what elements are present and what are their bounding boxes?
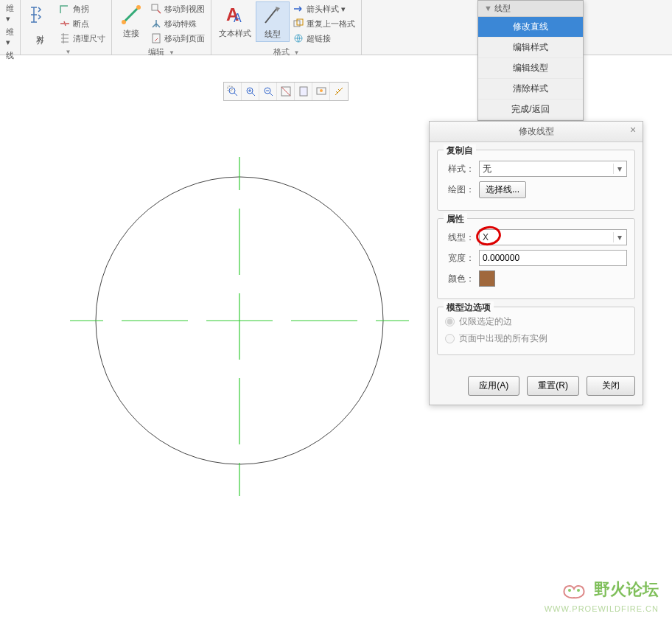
text-style-icon: AA — [223, 3, 247, 27]
radio-label: 仅限选定的边 — [459, 315, 512, 328]
fieldset-legend: 属性 — [444, 213, 467, 226]
ribbon-group-edit: 连接 移动到视图 移动特殊 移动到页面 编辑 ▼ — [112, 0, 211, 55]
ribbon-group-stub: 维 ▾ 维 ▾ 线 — [0, 0, 21, 55]
stub-item[interactable]: 维 ▾ — [3, 25, 17, 49]
select-line-button[interactable]: 选择线... — [479, 181, 526, 198]
linetype-label: 线型： — [445, 231, 475, 244]
item-label: 箭头样式 — [307, 4, 339, 15]
move-special-icon — [150, 18, 162, 29]
move-to-view-button[interactable]: 移动到视图 — [147, 1, 208, 16]
radio-label: 页面中出现的所有实例 — [459, 332, 547, 345]
drawing-label: 绘图： — [445, 184, 475, 196]
chevron-down-icon: ▾ — [613, 164, 625, 174]
ribbon-group-format: AA 文本样式 线型 箭头样式 ▾ 重复上一格式 超链接 — [211, 0, 362, 55]
close-button[interactable]: 关闭 — [587, 376, 635, 396]
arrow-icon — [293, 3, 304, 15]
align-dims-button[interactable]: 对齐 — [24, 1, 56, 32]
text-style-button[interactable]: AA 文本样式 — [214, 1, 256, 41]
width-label: 宽度： — [445, 252, 475, 265]
style-dropdown[interactable]: 无 ▾ — [479, 161, 627, 177]
break-icon — [59, 18, 71, 29]
radio-selected-only[interactable]: 仅限选定的边 — [445, 313, 627, 330]
ribbon-group-label: 格式 ▼ — [214, 46, 358, 60]
svg-point-0 — [122, 20, 126, 24]
radio-input[interactable] — [445, 317, 455, 326]
item-label: 超链接 — [307, 33, 331, 44]
move-to-page-button[interactable]: 移动到页面 — [147, 31, 208, 46]
svg-text:A: A — [234, 12, 242, 24]
cm-item-edit-style[interactable]: 编辑样式 — [478, 38, 583, 58]
line-style-icon — [261, 4, 284, 27]
svg-rect-2 — [152, 4, 158, 10]
model-edge-fieldset: 模型边选项 仅限选定的边 页面中出现的所有实例 — [437, 307, 635, 355]
move-page-icon — [150, 32, 162, 44]
item-label: 清理尺寸 — [73, 33, 105, 44]
svg-point-29 — [577, 589, 580, 592]
item-label: 断点 — [73, 18, 89, 29]
radio-input[interactable] — [445, 334, 455, 343]
repeat-format-button[interactable]: 重复上一格式 — [290, 16, 358, 31]
watermark-logo-icon — [561, 580, 587, 604]
modify-linetype-dialog: 修改线型 × 复制自 样式： 无 ▾ 绘图： 选择线... 属性 线型： X — [429, 121, 643, 405]
break-button[interactable]: 断点 — [56, 16, 108, 31]
align-label-1: 对齐 — [35, 28, 46, 31]
line-style-button[interactable]: 线型 — [256, 1, 290, 42]
cm-item-modify-line[interactable]: 修改直线 — [478, 17, 583, 38]
dialog-title: 修改线型 — [519, 126, 554, 136]
move-view-icon — [150, 3, 162, 15]
cleanup-icon — [59, 32, 71, 44]
item-label: 角拐 — [73, 4, 89, 15]
item-label: 重复上一格式 — [307, 18, 355, 29]
link-icon — [293, 32, 304, 44]
ribbon-group-label: ▼ — [24, 46, 108, 57]
fieldset-legend: 模型边选项 — [444, 301, 494, 314]
svg-point-28 — [568, 589, 571, 592]
chevron-down-icon: ▾ — [613, 232, 625, 242]
watermark: 野火论坛 www.proewildfire.cn — [545, 579, 659, 613]
color-swatch-button[interactable] — [479, 270, 495, 287]
dialog-title-bar[interactable]: 修改线型 × — [430, 122, 643, 142]
stub-item[interactable]: 维 ▾ — [3, 1, 17, 25]
watermark-url: www.proewildfire.cn — [545, 604, 659, 613]
corner-icon — [59, 3, 71, 15]
svg-point-1 — [136, 5, 141, 10]
context-menu-header: 线型 — [478, 1, 583, 17]
dropdown-value: X — [483, 232, 489, 242]
item-label: 移动到视图 — [164, 4, 205, 15]
reset-button[interactable]: 重置(R) — [527, 376, 579, 396]
style-label: 样式： — [445, 163, 475, 175]
move-special-button[interactable]: 移动特殊 — [147, 16, 208, 31]
copy-from-fieldset: 复制自 样式： 无 ▾ 绘图： 选择线... — [437, 150, 635, 211]
corner-button[interactable]: 角拐 — [56, 1, 108, 16]
attributes-fieldset: 属性 线型： X ▾ 宽度： 颜色： — [437, 218, 635, 299]
arrow-style-button[interactable]: 箭头样式 ▾ — [290, 1, 358, 16]
svg-rect-3 — [153, 34, 160, 43]
width-input[interactable] — [479, 250, 627, 266]
item-label: 连接 — [123, 28, 139, 39]
ribbon-group-label: 编辑 ▼ — [115, 46, 208, 60]
hyperlink-button[interactable]: 超链接 — [290, 31, 358, 46]
align-icon — [28, 3, 52, 27]
linetype-dropdown[interactable]: X ▾ — [479, 229, 627, 245]
close-icon[interactable]: × — [628, 125, 638, 135]
ribbon-group-1: 对齐 角拐 断点 清理尺寸 ▼ — [21, 0, 112, 55]
item-label: 文本样式 — [219, 28, 251, 39]
connect-button[interactable]: 连接 — [115, 1, 147, 41]
radio-all-instances[interactable]: 页面中出现的所有实例 — [445, 330, 627, 347]
dropdown-value: 无 — [483, 163, 491, 175]
connect-icon — [119, 3, 143, 27]
repeat-icon — [293, 18, 304, 29]
apply-button[interactable]: 应用(A) — [468, 376, 519, 396]
item-label: 移动特殊 — [164, 18, 197, 29]
item-label: 移动到页面 — [164, 33, 205, 44]
item-label: 线型 — [265, 29, 281, 40]
color-label: 颜色： — [445, 273, 475, 285]
cleanup-dims-button[interactable]: 清理尺寸 — [56, 31, 108, 46]
fieldset-legend: 复制自 — [444, 144, 476, 157]
watermark-title: 野火论坛 — [594, 580, 659, 598]
